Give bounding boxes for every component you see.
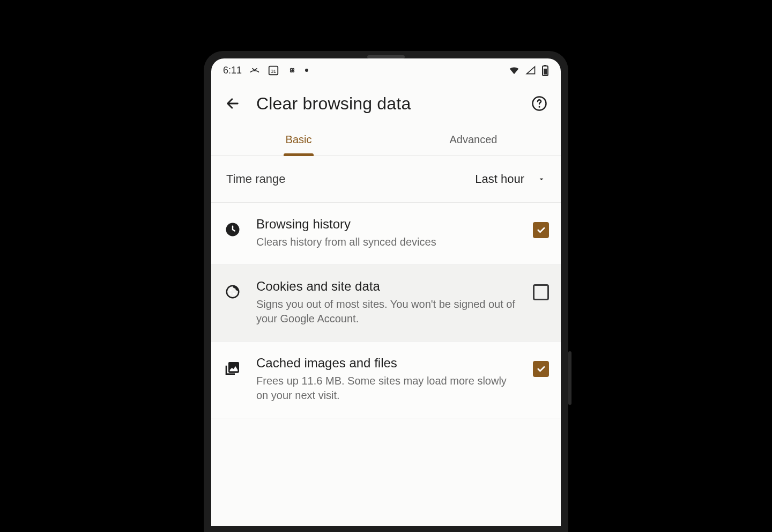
- time-range-select[interactable]: Last hour: [475, 172, 546, 186]
- svg-point-10: [229, 293, 231, 294]
- status-time: 6:11: [223, 65, 242, 76]
- battery-icon: [541, 64, 549, 76]
- option-desc: Signs you out of most sites. You won't b…: [256, 297, 519, 326]
- help-icon: [531, 95, 547, 112]
- device-screen: 6:11 31: [211, 58, 561, 526]
- tab-label: Advanced: [450, 134, 498, 145]
- option-browsing-history[interactable]: Browsing history Clears history from all…: [211, 203, 561, 265]
- option-title: Cached images and files: [256, 356, 519, 371]
- image-stack-icon: [223, 359, 242, 378]
- tab-advanced[interactable]: Advanced: [386, 125, 561, 156]
- signal-icon: [525, 65, 536, 76]
- fan-icon: [287, 65, 298, 76]
- time-range-row: Time range Last hour: [211, 156, 561, 203]
- clock-icon: [223, 220, 242, 239]
- option-cookies[interactable]: Cookies and site data Signs you out of m…: [211, 265, 561, 342]
- svg-point-9: [233, 293, 235, 295]
- option-checkbox[interactable]: [533, 222, 549, 238]
- chevron-down-icon: [537, 175, 546, 183]
- device-frame: 6:11 31: [204, 51, 568, 532]
- back-button[interactable]: [221, 92, 244, 115]
- device-side-button: [568, 351, 571, 405]
- calendar-icon: 31: [268, 64, 279, 76]
- svg-text:31: 31: [271, 69, 276, 74]
- svg-point-6: [539, 106, 540, 108]
- tab-basic[interactable]: Basic: [211, 125, 386, 156]
- svg-rect-4: [544, 69, 547, 75]
- help-button[interactable]: [528, 92, 551, 115]
- option-cached-images[interactable]: Cached images and files Frees up 11.6 MB…: [211, 342, 561, 418]
- option-desc: Frees up 11.6 MB. Some sites may load mo…: [256, 374, 519, 403]
- page-title: Clear browsing data: [256, 94, 516, 114]
- time-range-value: Last hour: [475, 172, 524, 186]
- missed-call-icon: [249, 65, 260, 76]
- checkmark-icon: [536, 364, 546, 374]
- svg-rect-3: [544, 65, 546, 66]
- cookie-icon: [223, 282, 242, 301]
- app-bar: Clear browsing data: [211, 82, 561, 125]
- option-desc: Clears history from all synced devices: [256, 235, 519, 249]
- tabs: Basic Advanced: [211, 125, 561, 156]
- status-bar: 6:11 31: [211, 58, 561, 82]
- tab-label: Basic: [286, 134, 312, 145]
- option-checkbox[interactable]: [533, 284, 549, 300]
- svg-point-8: [229, 290, 232, 292]
- status-dot-icon: [305, 69, 308, 72]
- checkmark-icon: [536, 225, 546, 235]
- option-checkbox[interactable]: [533, 361, 549, 377]
- option-title: Cookies and site data: [256, 279, 519, 294]
- arrow-left-icon: [225, 96, 240, 111]
- wifi-icon: [508, 64, 520, 76]
- time-range-label: Time range: [226, 172, 285, 186]
- option-title: Browsing history: [256, 217, 519, 232]
